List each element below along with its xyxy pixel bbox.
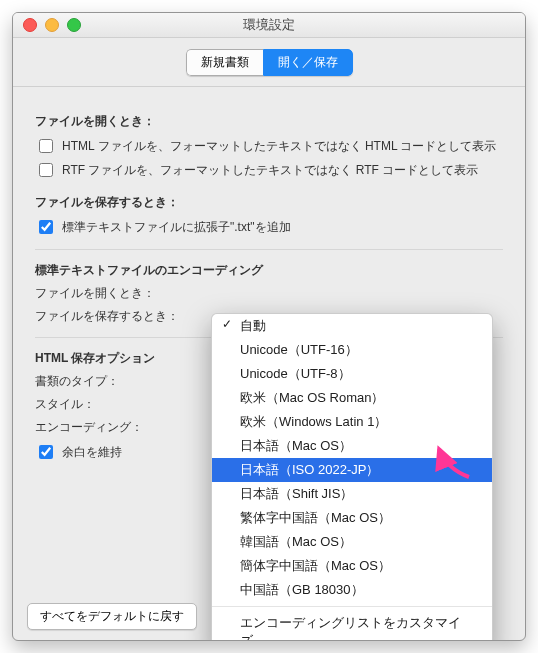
save-encoding-label: ファイルを保存するとき：	[35, 308, 183, 325]
encoding-option[interactable]: ✓自動	[212, 314, 492, 338]
encoding-option[interactable]: Unicode（UTF-8）	[212, 362, 492, 386]
section-encoding-header: 標準テキストファイルのエンコーディング	[35, 262, 503, 279]
checkbox-rtf-label: RTF ファイルを、フォーマットしたテキストではなく RTF コードとして表示	[62, 162, 478, 179]
encoding-label: エンコーディング：	[35, 419, 183, 436]
encoding-option[interactable]: 中国語（GB 18030）	[212, 578, 492, 602]
content-pane: ファイルを開くとき： HTML ファイルを、フォーマットしたテキストではなく H…	[13, 87, 525, 462]
open-encoding-label: ファイルを開くとき：	[35, 285, 183, 302]
style-label: スタイル：	[35, 396, 183, 413]
checkbox-add-txt-ext[interactable]	[39, 220, 53, 234]
encoding-option[interactable]: 欧米（Mac OS Roman）	[212, 386, 492, 410]
checkbox-html-as-code[interactable]	[39, 139, 53, 153]
encoding-option-label: 中国語（GB 18030）	[240, 582, 364, 597]
checkbox-preserve-margin[interactable]	[39, 445, 53, 459]
encoding-option-label: 自動	[240, 318, 266, 333]
tab-open-save[interactable]: 開く／保存	[263, 49, 353, 76]
window-title: 環境設定	[13, 16, 525, 34]
encoding-option[interactable]: 欧米（Windows Latin 1）	[212, 410, 492, 434]
encoding-option-label: 欧米（Mac OS Roman）	[240, 390, 384, 405]
encoding-option-label: 欧米（Windows Latin 1）	[240, 414, 387, 429]
encoding-option-label: 繁体字中国語（Mac OS）	[240, 510, 391, 525]
encoding-option-label: 日本語（Shift JIS）	[240, 486, 353, 501]
customize-encoding-list[interactable]: エンコーディングリストをカスタマイズ...	[212, 611, 492, 641]
doctype-label: 書類のタイプ：	[35, 373, 183, 390]
section-open-header: ファイルを開くとき：	[35, 113, 503, 130]
titlebar: 環境設定	[13, 13, 525, 38]
encoding-option-label: 簡体字中国語（Mac OS）	[240, 558, 391, 573]
tab-new-document[interactable]: 新規書類	[186, 49, 263, 76]
section-save-header: ファイルを保存するとき：	[35, 194, 503, 211]
checkbox-html-label: HTML ファイルを、フォーマットしたテキストではなく HTML コードとして表…	[62, 138, 496, 155]
encoding-option[interactable]: 繁体字中国語（Mac OS）	[212, 506, 492, 530]
toolbar: 新規書類 開く／保存	[13, 38, 525, 87]
encoding-option[interactable]: 日本語（Shift JIS）	[212, 482, 492, 506]
encoding-option[interactable]: 簡体字中国語（Mac OS）	[212, 554, 492, 578]
checkbox-preserve-margin-label: 余白を維持	[62, 444, 122, 461]
preferences-window: 環境設定 新規書類 開く／保存 ファイルを開くとき： HTML ファイルを、フォ…	[12, 12, 526, 641]
encoding-option-label: 日本語（Mac OS）	[240, 438, 352, 453]
encoding-option[interactable]: 韓国語（Mac OS）	[212, 530, 492, 554]
tab-segment: 新規書類 開く／保存	[186, 49, 353, 76]
checkbox-add-txt-label: 標準テキストファイルに拡張子".txt"を追加	[62, 219, 291, 236]
encoding-option-label: Unicode（UTF-16）	[240, 342, 358, 357]
restore-defaults-button[interactable]: すべてをデフォルトに戻す	[27, 603, 197, 630]
encoding-option[interactable]: Unicode（UTF-16）	[212, 338, 492, 362]
encoding-option-label: Unicode（UTF-8）	[240, 366, 351, 381]
encoding-option-label: 日本語（ISO 2022-JP）	[240, 462, 379, 477]
check-icon: ✓	[222, 317, 232, 331]
checkbox-rtf-as-code[interactable]	[39, 163, 53, 177]
annotation-arrow	[433, 443, 473, 483]
encoding-option-label: 韓国語（Mac OS）	[240, 534, 352, 549]
